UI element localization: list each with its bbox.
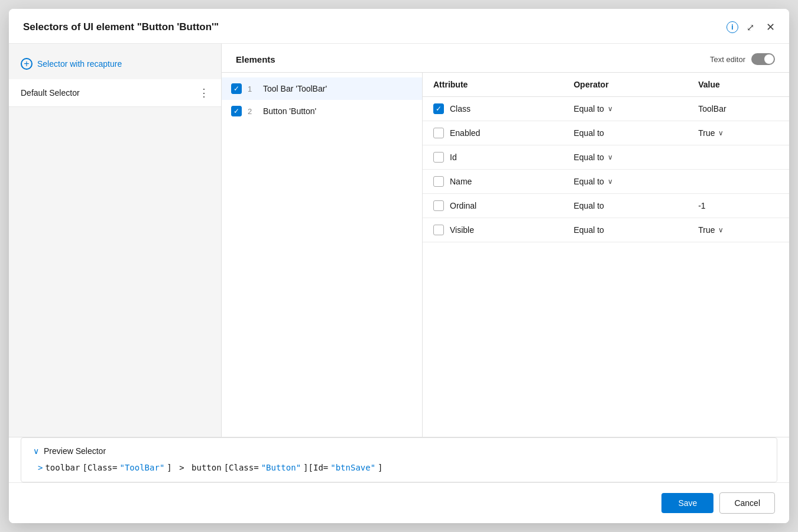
right-panel-content: ✓ 1 Tool Bar 'ToolBar' ✓ 2 Button 'Butto…: [222, 73, 789, 437]
header-actions: ⤢ ✕: [744, 20, 777, 35]
info-icon[interactable]: i: [726, 21, 738, 33]
attr-row-visible: Visible Equal to: [423, 218, 789, 242]
element-num-2: 2: [248, 107, 257, 116]
left-panel: + Selector with recapture Default Select…: [9, 44, 222, 437]
attr-row-ordinal: Ordinal Equal to: [423, 194, 789, 218]
selector-item[interactable]: Default Selector ⋮: [9, 79, 221, 107]
attr-name-class: ✓ Class: [433, 103, 552, 114]
selector-list: Default Selector ⋮: [9, 79, 221, 437]
code-button-class-value: "Button": [261, 463, 301, 472]
preview-code: > toolbar[Class="ToolBar"] > button[Clas…: [38, 463, 765, 472]
dialog-title: Selectors of UI element "Button 'Button'…: [23, 21, 721, 33]
code-button-id-value: "btnSave": [330, 463, 375, 472]
dialog-footer: Save Cancel: [9, 482, 789, 523]
value-class: ToolBar: [698, 104, 778, 113]
element-name-2: Button 'Button': [263, 106, 316, 116]
right-panel: Elements Text editor ✓ 1 Tool Bar 'ToolB…: [222, 44, 789, 437]
preview-label: Preview Selector: [44, 446, 106, 456]
three-dot-menu-icon[interactable]: ⋮: [196, 86, 212, 99]
code-toolbar: toolbar: [45, 463, 80, 472]
element-checkbox-1[interactable]: ✓: [231, 83, 242, 94]
attr-checkbox-name[interactable]: [433, 176, 444, 187]
element-name-1: Tool Bar 'ToolBar': [263, 84, 327, 93]
chevron-down-icon[interactable]: ∨: [608, 105, 613, 113]
plus-circle-icon: +: [21, 58, 33, 70]
col-value: Value: [687, 73, 789, 97]
elements-title: Elements: [236, 54, 275, 64]
close-icon[interactable]: ✕: [764, 20, 777, 35]
attributes-table: Attribute Operator Value ✓: [423, 73, 789, 242]
attr-checkbox-visible[interactable]: [433, 225, 444, 235]
preview-section: ∨ Preview Selector > toolbar[Class="Tool…: [9, 437, 789, 482]
chevron-down-icon[interactable]: ∨: [718, 129, 724, 137]
element-checkbox-2[interactable]: ✓: [231, 106, 242, 116]
element-num-1: 1: [248, 85, 257, 93]
attr-checkbox-ordinal[interactable]: [433, 200, 444, 211]
preview-arrow: >: [38, 463, 43, 472]
dialog-body: + Selector with recapture Default Select…: [9, 44, 789, 437]
add-selector-button[interactable]: + Selector with recapture: [9, 53, 221, 79]
attr-checkbox-id[interactable]: [433, 152, 444, 163]
code-toolbar-class-value: "ToolBar": [119, 463, 164, 472]
chevron-down-icon[interactable]: ∨: [718, 226, 724, 234]
element-row[interactable]: ✓ 2 Button 'Button': [222, 100, 422, 122]
save-button[interactable]: Save: [661, 493, 713, 513]
preview-chevron-icon: ∨: [33, 446, 39, 456]
preview-outer: ∨ Preview Selector > toolbar[Class="Tool…: [21, 437, 777, 482]
cancel-button[interactable]: Cancel: [719, 492, 775, 514]
dialog: Selectors of UI element "Button 'Button'…: [9, 9, 789, 523]
text-editor-toggle: Text editor: [710, 53, 775, 65]
add-selector-label: Selector with recapture: [37, 59, 122, 69]
attr-row-name: Name Equal to ∨: [423, 170, 789, 194]
selector-item-label: Default Selector: [21, 88, 80, 98]
chevron-down-icon[interactable]: ∨: [608, 153, 613, 161]
attr-checkbox-class[interactable]: ✓: [433, 103, 444, 114]
operator-class: Equal to ∨: [573, 104, 677, 113]
attr-checkbox-enabled[interactable]: [433, 128, 444, 138]
chevron-down-icon[interactable]: ∨: [608, 177, 613, 186]
elements-list: ✓ 1 Tool Bar 'ToolBar' ✓ 2 Button 'Butto…: [222, 73, 423, 437]
expand-icon[interactable]: ⤢: [744, 21, 757, 34]
dialog-header: Selectors of UI element "Button 'Button'…: [9, 9, 789, 44]
text-editor-label: Text editor: [710, 55, 745, 64]
attr-row-id: Id Equal to ∨: [423, 145, 789, 170]
preview-header[interactable]: ∨ Preview Selector: [21, 438, 777, 460]
preview-content: > toolbar[Class="ToolBar"] > button[Clas…: [21, 460, 777, 482]
text-editor-toggle-switch[interactable]: [751, 53, 775, 65]
col-attribute: Attribute: [423, 73, 563, 97]
col-operator: Operator: [563, 73, 687, 97]
attr-row-enabled: Enabled Equal to: [423, 121, 789, 145]
element-row[interactable]: ✓ 1 Tool Bar 'ToolBar': [222, 77, 422, 100]
attr-row-class: ✓ Class Equal to ∨: [423, 97, 789, 121]
attributes-panel: Attribute Operator Value ✓: [423, 73, 789, 437]
code-button: button: [192, 463, 222, 472]
right-panel-header: Elements Text editor: [222, 44, 789, 73]
